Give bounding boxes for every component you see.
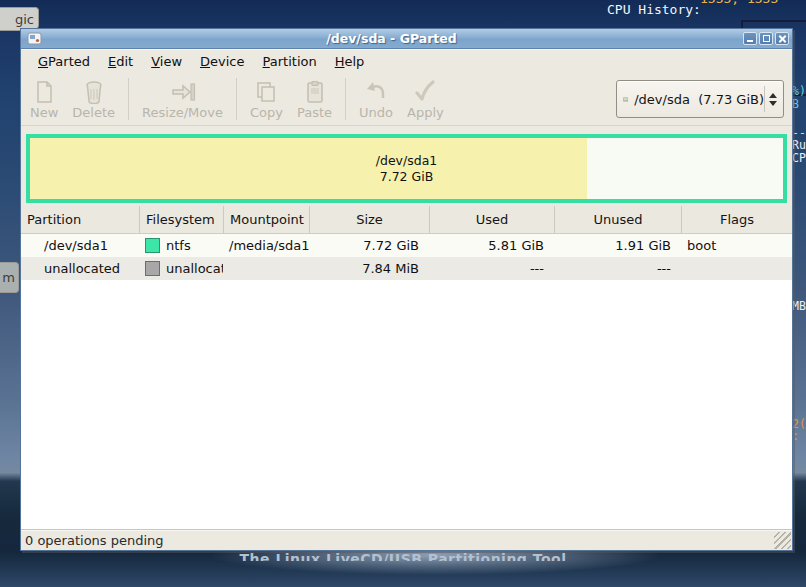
- monitor-fragment: Ru: [792, 138, 806, 152]
- minimize-icon: [747, 40, 753, 42]
- device-selector[interactable]: /dev/sda (7.73 GiB): [616, 80, 784, 118]
- paste-button[interactable]: Paste: [290, 76, 339, 122]
- cell-partition: /dev/sda1: [21, 234, 139, 257]
- gparted-icon: [27, 31, 42, 46]
- undo-icon: [364, 80, 388, 104]
- menu-help[interactable]: Help: [326, 51, 374, 72]
- operations-pending-text: 0 operations pending: [25, 533, 164, 548]
- resize-move-icon: [170, 80, 196, 104]
- partition-name: /dev/sda1: [376, 153, 438, 169]
- column-header-mountpoint: Mountpoint: [223, 206, 309, 233]
- tool-label: Delete: [72, 105, 115, 120]
- toolbar: New Delete Resize/Move: [21, 73, 792, 126]
- arrow-up-icon: [769, 93, 777, 98]
- cell-size: 7.84 MiB: [309, 257, 429, 280]
- desktop-background: 1333, 1333 CPU History: %) B -- Ru CP MB…: [0, 0, 806, 587]
- resize-grip[interactable]: [774, 532, 791, 549]
- cell-used: 5.81 GiB: [429, 234, 554, 257]
- partition-table-header: Partition Filesystem Mountpoint Size Use…: [21, 206, 792, 234]
- apply-button[interactable]: Apply: [400, 76, 451, 122]
- monitor-fragment: MB: [792, 299, 806, 313]
- cell-filesystem: unallocated: [139, 257, 223, 280]
- cell-used: ---: [429, 257, 554, 280]
- menu-partition[interactable]: Partition: [254, 51, 326, 72]
- new-button[interactable]: New: [23, 76, 65, 122]
- cell-mountpoint: /media/sda1: [223, 234, 309, 257]
- clipped-monitor-line: 1333, 1333: [700, 0, 778, 6]
- toolbar-separator: [345, 78, 346, 120]
- cell-flags: boot: [681, 234, 792, 257]
- window-titlebar[interactable]: /dev/sda - GParted: [21, 29, 792, 49]
- tool-label: Undo: [359, 105, 393, 120]
- column-header-flags: Flags: [681, 206, 792, 233]
- filesystem-label: ntfs: [166, 238, 191, 253]
- cell-flags: [681, 257, 792, 280]
- tool-label: Copy: [250, 105, 283, 120]
- menu-view[interactable]: View: [142, 51, 191, 72]
- column-header-partition: Partition: [21, 206, 139, 233]
- arrow-down-icon: [769, 101, 777, 106]
- partition-bar[interactable]: /dev/sda1 7.72 GiB: [26, 134, 787, 203]
- menu-edit[interactable]: Edit: [99, 51, 142, 72]
- close-button[interactable]: [775, 32, 789, 45]
- column-header-unused: Unused: [554, 206, 681, 233]
- statusbar: 0 operations pending: [21, 529, 792, 550]
- background-window-tab-m[interactable]: m: [0, 262, 19, 293]
- paste-icon: [304, 80, 326, 104]
- delete-icon: [83, 80, 105, 104]
- monitor-fragment: B: [792, 97, 799, 111]
- column-header-used: Used: [429, 206, 554, 233]
- hard-disk-icon: [623, 92, 628, 107]
- tool-label: Apply: [407, 105, 444, 120]
- tool-label: Resize/Move: [142, 105, 223, 120]
- monitor-fragment: CP: [792, 151, 806, 165]
- tool-label: New: [30, 105, 58, 120]
- cpu-history-label: CPU History:: [607, 2, 701, 17]
- cell-unused: 1.91 GiB: [554, 234, 681, 257]
- menu-device[interactable]: Device: [191, 51, 253, 72]
- partition-size: 7.72 GiB: [380, 169, 434, 185]
- unallocated-color-swatch: [145, 261, 160, 276]
- cell-filesystem: ntfs: [139, 234, 223, 257]
- filesystem-label: unallocated: [166, 261, 223, 276]
- cell-size: 7.72 GiB: [309, 234, 429, 257]
- desktop-caption: The Linux LiveCD/USB Partitioning Tool: [0, 551, 806, 561]
- cell-partition: unallocated: [21, 257, 139, 280]
- copy-button[interactable]: Copy: [243, 76, 290, 122]
- partition-bar-label: /dev/sda1 7.72 GiB: [30, 138, 783, 199]
- tool-label: Paste: [297, 105, 332, 120]
- monitor-fragment: %): [792, 84, 806, 98]
- maximize-icon: [763, 35, 770, 42]
- table-row-sda1[interactable]: /dev/sda1 ntfs /media/sda1 7.72 GiB 5.81…: [21, 234, 792, 257]
- window-title: /dev/sda - GParted: [42, 31, 741, 46]
- resize-move-button[interactable]: Resize/Move: [135, 76, 230, 122]
- column-header-size: Size: [309, 206, 429, 233]
- partition-graphic-panel: /dev/sda1 7.72 GiB: [21, 126, 792, 206]
- column-header-filesystem: Filesystem: [139, 206, 223, 233]
- maximize-button[interactable]: [759, 32, 773, 45]
- gparted-window: /dev/sda - GParted GParted Edit View Dev…: [20, 28, 793, 551]
- table-row-unallocated[interactable]: unallocated unallocated 7.84 MiB --- ---: [21, 257, 792, 280]
- monitor-fragment: :: [792, 429, 799, 443]
- menu-gparted[interactable]: GParted: [29, 51, 99, 72]
- cell-unused: ---: [554, 257, 681, 280]
- ntfs-color-swatch: [145, 238, 160, 253]
- cell-mountpoint: [223, 257, 309, 280]
- spinner-arrows-icon: [764, 86, 777, 112]
- device-selector-value: /dev/sda (7.73 GiB): [634, 92, 764, 107]
- minimize-button[interactable]: [743, 32, 757, 45]
- toolbar-separator: [128, 78, 129, 120]
- partition-list-empty-area: [21, 280, 792, 529]
- new-partition-icon: [33, 80, 55, 104]
- delete-button[interactable]: Delete: [65, 76, 122, 122]
- menubar: GParted Edit View Device Partition Help: [21, 49, 792, 73]
- apply-icon: [413, 80, 437, 104]
- undo-button[interactable]: Undo: [352, 76, 400, 122]
- copy-icon: [254, 80, 278, 104]
- toolbar-separator: [236, 78, 237, 120]
